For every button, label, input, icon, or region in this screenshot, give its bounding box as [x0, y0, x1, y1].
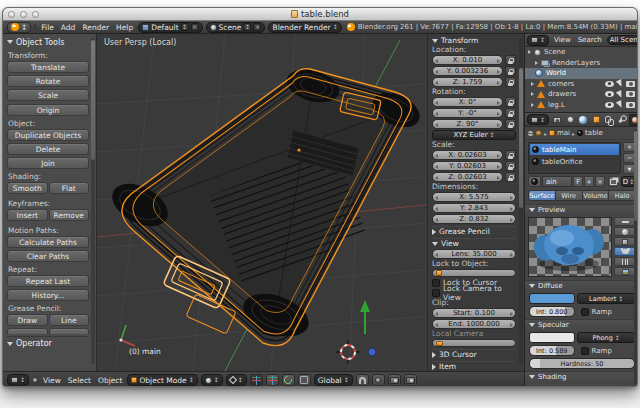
cursor-3d-panel-header[interactable]: 3D Cursor — [432, 349, 516, 359]
object-menu[interactable]: Object — [96, 376, 124, 385]
expand-icon[interactable] — [531, 103, 534, 107]
scale-button[interactable]: Scale — [7, 89, 89, 101]
history-button[interactable]: History... — [7, 289, 89, 301]
lock-icon[interactable] — [505, 172, 516, 182]
scene-selector[interactable]: Scene ↕ × — [206, 22, 266, 33]
titlebar[interactable]: table.blend — [3, 8, 637, 21]
rotation-y-field[interactable]: Y: -0° — [432, 108, 503, 118]
outliner-search-menu[interactable]: Search — [576, 36, 604, 44]
location-y-field[interactable]: Y: 0.003236 — [432, 66, 503, 76]
zoom-window-button[interactable] — [32, 11, 39, 18]
scene-close-icon[interactable]: × — [253, 23, 261, 31]
use-nodes-button[interactable] — [608, 176, 618, 187]
new-material-button[interactable]: + — [584, 176, 594, 187]
surface-tab[interactable]: Surface — [528, 190, 556, 201]
editor-type-button[interactable]: ↕ — [7, 374, 29, 386]
outliner-row-drawers[interactable]: drawers — [525, 89, 638, 100]
fake-user-button[interactable]: F — [573, 176, 583, 187]
expand-icon[interactable] — [531, 92, 534, 96]
material-name-field[interactable]: ain — [542, 176, 572, 187]
smooth-button[interactable]: Smooth — [7, 182, 48, 194]
visibility-eye-icon[interactable] — [605, 91, 614, 97]
wire-tab[interactable]: Wire — [556, 190, 583, 201]
scale-x-field[interactable]: X: 0.02603 — [432, 150, 503, 160]
unlink-material-button[interactable]: × — [595, 176, 605, 187]
expand-icon[interactable] — [528, 50, 531, 54]
grease-poly-button[interactable] — [7, 328, 48, 334]
rotation-x-field[interactable]: X: 0° — [432, 97, 503, 107]
checkbox-icon[interactable] — [432, 279, 440, 287]
item-panel-header[interactable]: Item — [432, 361, 516, 371]
rotate-button[interactable]: Rotate — [7, 75, 89, 87]
rotation-mode-dropdown[interactable]: XYZ Euler↕ — [432, 130, 516, 140]
mode-dropdown[interactable]: Object Mode↕ — [127, 374, 197, 386]
visibility-eye-icon[interactable] — [605, 81, 614, 87]
preview-sphere-button[interactable] — [614, 227, 636, 236]
specular-intensity-slider[interactable]: Int: 0.589 — [529, 345, 575, 356]
grease-draw-button[interactable]: Draw — [7, 314, 48, 326]
repeat-last-button[interactable]: Repeat Last — [7, 275, 89, 287]
specular-color-swatch[interactable] — [529, 332, 575, 343]
expand-icon[interactable] — [531, 82, 534, 86]
view-panel-header[interactable]: View — [432, 238, 516, 248]
object-crumb[interactable]: mai — [557, 129, 570, 137]
diffuse-shader-dropdown[interactable]: Lambert↕ — [577, 293, 635, 304]
diffuse-intensity-slider[interactable]: Int: 0.800 — [529, 306, 575, 317]
tool-shelf-scrollbar[interactable] — [91, 38, 95, 364]
lock-icon[interactable] — [505, 150, 516, 160]
location-x-field[interactable]: X: 0.010 — [432, 55, 503, 65]
origin-button[interactable]: Origin — [7, 104, 89, 116]
lens-field[interactable]: Lens: 35.000 — [432, 249, 516, 259]
lock-icon[interactable] — [505, 55, 516, 65]
object-tools-panel-header[interactable]: Object Tools — [7, 36, 89, 48]
menu-help[interactable]: Help — [114, 23, 135, 32]
menu-file[interactable]: File — [39, 23, 56, 32]
volume-tab[interactable]: Volume — [583, 190, 610, 201]
remove-keyframe-button[interactable]: Remove — [49, 209, 90, 221]
material-slot-tableorifice[interactable]: tableOrifice — [530, 156, 619, 167]
viewport-shading-dropdown[interactable]: ↕ — [201, 374, 223, 386]
preview-monkey-button[interactable] — [614, 247, 636, 256]
properties-editor-type-button[interactable]: ↕ — [527, 114, 549, 125]
renderable-icon[interactable] — [626, 91, 635, 97]
specular-panel-header[interactable]: Specular — [525, 319, 638, 330]
viewport-3d[interactable]: User Persp (Local) (0) main Transform Lo… — [97, 34, 524, 371]
manipulator-toggle-button[interactable] — [250, 374, 263, 386]
dimension-y-field[interactable]: Y: 2.843 — [432, 203, 516, 213]
diffuse-ramp-option[interactable]: Ramp — [577, 308, 635, 316]
clear-paths-button[interactable]: Clear Paths — [7, 250, 89, 262]
snap-toggle-button[interactable] — [356, 374, 369, 386]
outliner-row-world[interactable]: World — [525, 68, 638, 79]
selectable-icon[interactable] — [616, 100, 624, 109]
screen-close-icon[interactable]: × — [191, 23, 199, 31]
browse-material-button[interactable] — [528, 176, 541, 187]
screen-layout-selector[interactable]: Default ↕ × — [138, 22, 202, 33]
grease-erase-button[interactable] — [49, 328, 90, 334]
lock-object-field[interactable] — [432, 269, 516, 277]
render-opengl-button[interactable] — [388, 374, 401, 386]
preview-panel-header[interactable]: Preview — [525, 204, 638, 215]
diffuse-color-swatch[interactable] — [529, 293, 575, 304]
scene-browse-icon[interactable]: ↕ — [243, 23, 251, 31]
screen-browse-icon[interactable]: ↕ — [181, 23, 189, 31]
tab-scene[interactable] — [564, 114, 576, 126]
rotate-manipulator-button[interactable] — [282, 374, 295, 386]
editor-collapse-dot[interactable] — [34, 24, 36, 30]
dimension-x-field[interactable]: X: 5.575 — [432, 192, 516, 202]
location-z-field[interactable]: Z: 1.759 — [432, 77, 503, 87]
menu-add[interactable]: Add — [59, 23, 78, 32]
visibility-eye-icon[interactable] — [605, 102, 614, 108]
lock-icon[interactable] — [505, 119, 516, 129]
outliner-row-leg[interactable]: leg.L — [525, 100, 638, 111]
lock-icon[interactable] — [505, 97, 516, 107]
checkbox-icon[interactable] — [581, 347, 589, 355]
material-crumb[interactable]: table — [585, 129, 603, 137]
tab-constraints[interactable] — [603, 114, 615, 126]
outliner-row-scene[interactable]: Scene — [525, 47, 638, 58]
flat-button[interactable]: Flat — [49, 182, 90, 194]
tab-object[interactable] — [590, 114, 602, 126]
insert-keyframe-button[interactable]: Insert — [7, 209, 48, 221]
checkbox-icon[interactable] — [581, 308, 589, 316]
shading-panel-header[interactable]: Shading — [525, 371, 638, 382]
translate-button[interactable]: Translate — [7, 61, 89, 73]
